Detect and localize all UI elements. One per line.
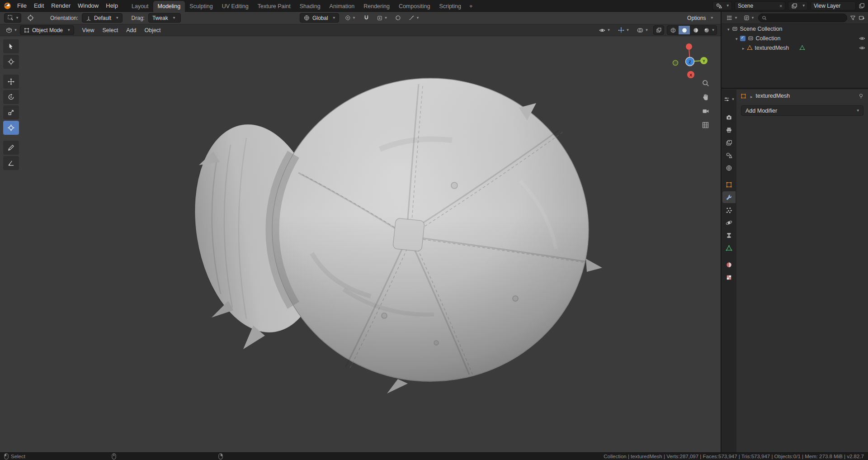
tab-object[interactable] bbox=[722, 179, 736, 190]
workspace-tab-compositing[interactable]: Compositing bbox=[394, 1, 434, 12]
add-modifier-dropdown[interactable]: Add Modifier bbox=[741, 105, 863, 116]
shading-mode-group bbox=[667, 25, 717, 35]
filter-icon[interactable] bbox=[850, 15, 856, 21]
workspace-tab-shading[interactable]: Shading bbox=[295, 1, 325, 12]
tool-move[interactable] bbox=[3, 75, 19, 89]
new-view-layer-icon[interactable] bbox=[859, 3, 865, 9]
pivot-point-dropdown[interactable] bbox=[342, 13, 358, 23]
orientation-dropdown[interactable]: Default bbox=[82, 13, 123, 23]
tab-particles[interactable] bbox=[722, 204, 736, 216]
workspace-tab-rendering[interactable]: Rendering bbox=[359, 1, 394, 12]
active-tool-button[interactable] bbox=[4, 13, 21, 23]
menu-help[interactable]: Help bbox=[102, 0, 122, 11]
menu-edit[interactable]: Edit bbox=[30, 0, 47, 11]
pin-icon[interactable] bbox=[858, 93, 864, 99]
workspace-tab-animation[interactable]: Animation bbox=[325, 1, 359, 12]
drag-dropdown[interactable]: Tweak bbox=[148, 13, 181, 23]
outliner-display-mode-dropdown[interactable] bbox=[742, 13, 755, 23]
mode-dropdown[interactable]: Object Mode bbox=[20, 25, 74, 35]
viewport-menu-view[interactable]: View bbox=[79, 26, 98, 35]
viewport-menu-object[interactable]: Object bbox=[141, 26, 164, 35]
outliner-row-texturedmesh[interactable]: texturedMesh bbox=[722, 43, 868, 52]
tool-select-box[interactable] bbox=[3, 39, 19, 53]
tab-output[interactable] bbox=[722, 124, 736, 136]
collection-checkbox[interactable] bbox=[740, 36, 745, 41]
xray-toggle[interactable] bbox=[653, 25, 664, 35]
textured-mesh-object[interactable] bbox=[0, 36, 721, 452]
camera-view-button[interactable] bbox=[700, 105, 711, 116]
expand-icon[interactable] bbox=[733, 35, 738, 42]
blender-logo-icon[interactable] bbox=[3, 1, 12, 10]
tool-fallback-icon[interactable] bbox=[25, 13, 36, 23]
workspace-tab-uv-editing[interactable]: UV Editing bbox=[217, 1, 253, 12]
tab-object-data[interactable] bbox=[722, 242, 736, 254]
shading-rendered-button[interactable] bbox=[701, 25, 717, 35]
hide-eye-icon[interactable] bbox=[859, 45, 865, 51]
scene-icon bbox=[716, 3, 722, 9]
expand-icon[interactable] bbox=[741, 45, 745, 51]
tab-texture[interactable] bbox=[722, 271, 736, 283]
proportional-falloff-dropdown[interactable] bbox=[406, 13, 421, 23]
menu-render[interactable]: Render bbox=[47, 0, 74, 11]
overlays-dropdown[interactable] bbox=[634, 25, 651, 35]
axis-ball-neg-y[interactable] bbox=[673, 61, 678, 66]
tool-rotate[interactable] bbox=[3, 90, 19, 104]
workspace-tab-scripting[interactable]: Scripting bbox=[434, 1, 466, 12]
tab-world[interactable] bbox=[722, 162, 736, 174]
pan-hand-button[interactable] bbox=[700, 91, 711, 102]
workspace-tab-sculpting[interactable]: Sculpting bbox=[185, 1, 217, 12]
tab-render[interactable] bbox=[722, 111, 736, 123]
shading-material-button[interactable] bbox=[690, 25, 701, 35]
properties-editor-type-dropdown[interactable] bbox=[722, 93, 736, 105]
tab-modifiers[interactable] bbox=[722, 191, 736, 203]
viewport-menu-select[interactable]: Select bbox=[99, 26, 122, 35]
viewport-menu-add[interactable]: Add bbox=[123, 26, 140, 35]
snap-settings-dropdown[interactable] bbox=[375, 13, 389, 23]
object-visibility-dropdown[interactable] bbox=[596, 25, 613, 35]
shading-wireframe-button[interactable] bbox=[667, 25, 679, 35]
new-collection-icon[interactable] bbox=[859, 14, 865, 21]
outliner-editor-type-dropdown[interactable] bbox=[725, 13, 739, 23]
properties-editor: texturedMesh Add Modifier bbox=[722, 90, 868, 452]
navigation-gizmo[interactable]: Z Y X bbox=[671, 41, 709, 79]
snap-toggle-magnet-icon[interactable] bbox=[361, 13, 372, 23]
add-workspace-button[interactable]: + bbox=[466, 0, 476, 12]
tab-constraints[interactable] bbox=[722, 229, 736, 241]
editor-type-dropdown[interactable] bbox=[4, 25, 19, 35]
outliner-row-collection[interactable]: Collection bbox=[722, 33, 868, 43]
workspace-tab-texture-paint[interactable]: Texture Paint bbox=[253, 1, 295, 12]
tab-view-layer[interactable] bbox=[722, 137, 736, 148]
menu-file[interactable]: File bbox=[14, 0, 30, 11]
tool-cursor[interactable] bbox=[3, 55, 19, 69]
view-layer-browse-button[interactable] bbox=[788, 1, 808, 10]
menu-window[interactable]: Window bbox=[74, 0, 102, 11]
tool-annotate[interactable] bbox=[3, 141, 19, 155]
view-layer-name-field[interactable]: View Layer bbox=[811, 1, 856, 10]
hide-eye-icon[interactable] bbox=[859, 35, 865, 42]
axis-ball-neg-x[interactable] bbox=[686, 43, 692, 50]
tab-physics[interactable] bbox=[722, 217, 736, 228]
transform-orientation-dropdown[interactable]: Global bbox=[300, 13, 339, 23]
tool-transform[interactable] bbox=[3, 121, 19, 135]
tool-scale[interactable] bbox=[3, 105, 19, 119]
gizmos-dropdown[interactable] bbox=[615, 25, 632, 35]
orientation-axes-icon bbox=[86, 15, 91, 21]
outliner-search-input[interactable] bbox=[758, 14, 847, 22]
workspace-tab-layout[interactable]: Layout bbox=[127, 1, 153, 12]
viewport-3d[interactable]: Z Y X bbox=[0, 36, 721, 452]
search-icon bbox=[762, 15, 767, 20]
toggle-grid-ortho-button[interactable] bbox=[700, 119, 711, 130]
zoom-button[interactable] bbox=[700, 77, 711, 88]
outliner-row-scene-collection[interactable]: Scene Collection bbox=[722, 24, 868, 33]
shading-solid-button[interactable] bbox=[679, 25, 690, 35]
tab-material[interactable] bbox=[722, 259, 736, 270]
tool-measure[interactable] bbox=[3, 156, 19, 170]
tab-scene[interactable] bbox=[722, 149, 736, 161]
expand-icon[interactable] bbox=[725, 26, 730, 32]
options-dropdown[interactable]: Options bbox=[684, 13, 717, 23]
scene-browse-button[interactable] bbox=[712, 1, 732, 10]
unlink-scene-icon[interactable]: × bbox=[779, 3, 782, 9]
proportional-editing-toggle[interactable] bbox=[392, 13, 403, 23]
scene-name-field[interactable]: Scene × bbox=[735, 1, 785, 10]
workspace-tab-modeling[interactable]: Modeling bbox=[153, 1, 185, 12]
